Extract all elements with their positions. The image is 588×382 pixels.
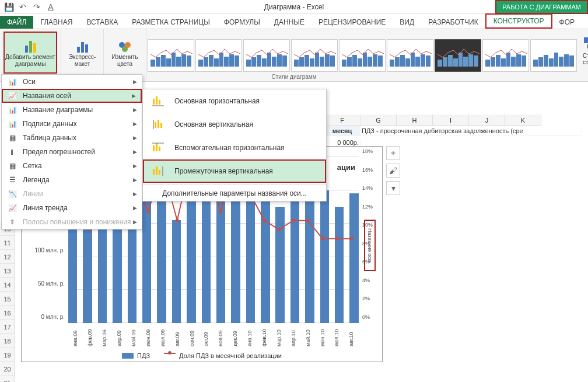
swatch-line bbox=[164, 353, 176, 359]
tab-developer[interactable]: РАЗРАБОТЧИК bbox=[421, 16, 485, 29]
cell-G1[interactable]: ПДЗ - просроченная дебиторская задолженн… bbox=[360, 126, 582, 136]
row-header-11[interactable]: 11 bbox=[0, 236, 15, 250]
x-tick: фев.09 bbox=[87, 338, 93, 346]
submenu-primary-vertical[interactable]: Основная вертикальная bbox=[143, 113, 326, 136]
svg-rect-18 bbox=[156, 166, 158, 175]
row-header-19[interactable]: 19 bbox=[0, 348, 15, 362]
x-tick: июн.10 bbox=[320, 338, 326, 346]
chevron-right-icon: ▶ bbox=[133, 205, 137, 211]
x-tick: дек.09 bbox=[232, 338, 238, 346]
x-axis: янв.09фев.09мар.09апр.09май.09июн.09июл.… bbox=[68, 339, 359, 345]
tab-home[interactable]: ГЛАВНАЯ bbox=[33, 16, 79, 29]
save-icon[interactable]: 💾 bbox=[4, 2, 14, 12]
column-headers: FGHIJK bbox=[324, 114, 541, 126]
quick-layout-button[interactable]: Экспресс-макет bbox=[65, 32, 100, 74]
redo-icon[interactable]: ↷ bbox=[32, 2, 42, 12]
y-tick: 0 млн. р. bbox=[41, 314, 65, 320]
chart-styles-gallery bbox=[146, 29, 578, 81]
svg-rect-10 bbox=[158, 120, 159, 128]
axis-titles-submenu: Основная горизонтальная Основная вертика… bbox=[142, 89, 327, 202]
y-tick: 50 млн. р. bbox=[38, 280, 65, 287]
row-header-16[interactable]: 16 bbox=[0, 306, 15, 320]
tab-file[interactable]: ФАЙЛ bbox=[0, 16, 33, 29]
undo-icon[interactable]: ↶ bbox=[18, 2, 28, 12]
tab-data[interactable]: ДАННЫЕ bbox=[267, 16, 312, 29]
row-header-17[interactable]: 17 bbox=[0, 320, 15, 334]
col-header-K[interactable]: K bbox=[505, 114, 541, 126]
chevron-right-icon: ▶ bbox=[133, 121, 137, 127]
row-header-14[interactable]: 14 bbox=[0, 278, 15, 292]
legend-pdz[interactable]: ПДЗ bbox=[122, 352, 150, 359]
row-1-visible: месяц ПДЗ - просроченная дебиторская зад… bbox=[324, 126, 582, 136]
tab-insert[interactable]: ВСТАВКА bbox=[79, 16, 125, 29]
chart-style-6[interactable] bbox=[387, 39, 433, 72]
chart-style-2[interactable] bbox=[195, 39, 242, 72]
tab-page-layout[interactable]: РАЗМЕТКА СТРАНИЦЫ bbox=[125, 16, 217, 29]
submenu-secondary-horizontal[interactable]: Вспомогательная горизонтальная bbox=[143, 136, 326, 159]
svg-point-35 bbox=[277, 228, 281, 231]
menu-axis-titles[interactable]: 📈Названия осей▶ bbox=[2, 89, 142, 103]
chart-style-9[interactable] bbox=[530, 39, 577, 72]
menu-axes[interactable]: 📊Оси▶ bbox=[2, 75, 142, 89]
svg-rect-9 bbox=[155, 122, 156, 128]
x-tick: янв.09 bbox=[72, 338, 78, 346]
x-tick: апр.10 bbox=[290, 338, 296, 346]
tab-view[interactable]: ВИД bbox=[393, 16, 421, 29]
menu-legend[interactable]: ☰Легенда▶ bbox=[2, 173, 142, 187]
ribbon-tabs: ФАЙЛ ГЛАВНАЯ ВСТАВКА РАЗМЕТКА СТРАНИЦЫ Ф… bbox=[0, 14, 588, 29]
axis-titles-icon: 📈 bbox=[6, 91, 18, 100]
chart-style-7[interactable] bbox=[435, 39, 481, 72]
font-color-icon[interactable]: A bbox=[46, 2, 56, 12]
data-labels-icon: 📊 bbox=[6, 119, 18, 129]
chart-style-4[interactable] bbox=[291, 39, 338, 72]
menu-chart-title[interactable]: 📊Название диаграммы▶ bbox=[2, 103, 142, 117]
svg-rect-14 bbox=[156, 143, 158, 151]
x-tick: ноя.09 bbox=[218, 338, 223, 346]
tab-review[interactable]: РЕЦЕНЗИРОВАНИЕ bbox=[312, 16, 393, 29]
chart-elements-button[interactable]: ＋ bbox=[386, 146, 400, 160]
chart-style-5[interactable] bbox=[339, 39, 386, 72]
row-header-15[interactable]: 15 bbox=[0, 292, 15, 306]
tab-format[interactable]: ФОР bbox=[552, 16, 582, 29]
x-tick: апр.09 bbox=[116, 338, 122, 346]
row-header-12[interactable]: 12 bbox=[0, 250, 15, 264]
tab-design[interactable]: КОНСТРУКТОР bbox=[485, 13, 552, 29]
x-tick: сен.09 bbox=[189, 338, 195, 346]
svg-point-31 bbox=[219, 210, 222, 213]
menu-data-table[interactable]: ▦Таблица данных▶ bbox=[2, 131, 142, 145]
chart-styles-button[interactable]: 🖌 bbox=[386, 164, 400, 178]
add-chart-element-button[interactable]: Добавить элемент диаграммы bbox=[4, 32, 57, 74]
row-header-13[interactable]: 13 bbox=[0, 264, 15, 278]
legend-share[interactable]: Доля ПДЗ в месячной реализации bbox=[164, 352, 282, 359]
x-tick: июл.10 bbox=[334, 338, 340, 346]
chart-tools-tab-label[interactable]: РАБОТА С ДИАГРАММАМ bbox=[495, 0, 588, 14]
menu-trendline[interactable]: 📈Линия тренда▶ bbox=[2, 201, 142, 215]
menu-gridlines[interactable]: ▦Сетка▶ bbox=[2, 159, 142, 173]
col-header-I[interactable]: I bbox=[433, 114, 469, 126]
submenu-more-options[interactable]: Дополнительные параметры названия оси... bbox=[143, 186, 326, 201]
row-header-20[interactable]: 20 bbox=[0, 362, 15, 376]
col-header-H[interactable]: H bbox=[397, 114, 433, 126]
chart-style-3[interactable] bbox=[243, 39, 290, 72]
submenu-primary-horizontal[interactable]: Основная горизонтальная bbox=[143, 89, 326, 113]
menu-data-labels[interactable]: 📊Подписи данных▶ bbox=[2, 117, 142, 131]
tab-formulas[interactable]: ФОРМУЛЫ bbox=[217, 16, 267, 29]
cell-F1[interactable]: месяц bbox=[324, 126, 360, 136]
col-header-G[interactable]: G bbox=[360, 114, 397, 126]
v-axis-icon bbox=[151, 119, 165, 130]
y2-tick: 12% bbox=[362, 204, 373, 210]
secondary-axis-title-placeholder[interactable]: Название оси bbox=[364, 220, 376, 271]
menu-error-bars[interactable]: ⫿Предел погрешностей▶ bbox=[2, 145, 142, 159]
chart-style-1[interactable] bbox=[148, 39, 194, 72]
ribbon-switch-rowcol[interactable]: Строк столб bbox=[578, 29, 588, 81]
submenu-secondary-vertical[interactable]: Промежуточная вертикальная bbox=[143, 159, 326, 183]
change-colors-button[interactable]: Изменить цвета bbox=[107, 32, 142, 74]
row-header-18[interactable]: 18 bbox=[0, 334, 15, 348]
change-colors-label: Изменить цвета bbox=[107, 54, 142, 68]
chart-style-8[interactable] bbox=[482, 39, 529, 72]
chart-filters-button[interactable]: ▾ bbox=[386, 181, 400, 195]
col-header-F[interactable]: F bbox=[324, 114, 360, 126]
row-header-21[interactable]: 21 bbox=[0, 376, 15, 382]
col-header-J[interactable]: J bbox=[469, 114, 505, 126]
svg-point-34 bbox=[262, 218, 266, 222]
